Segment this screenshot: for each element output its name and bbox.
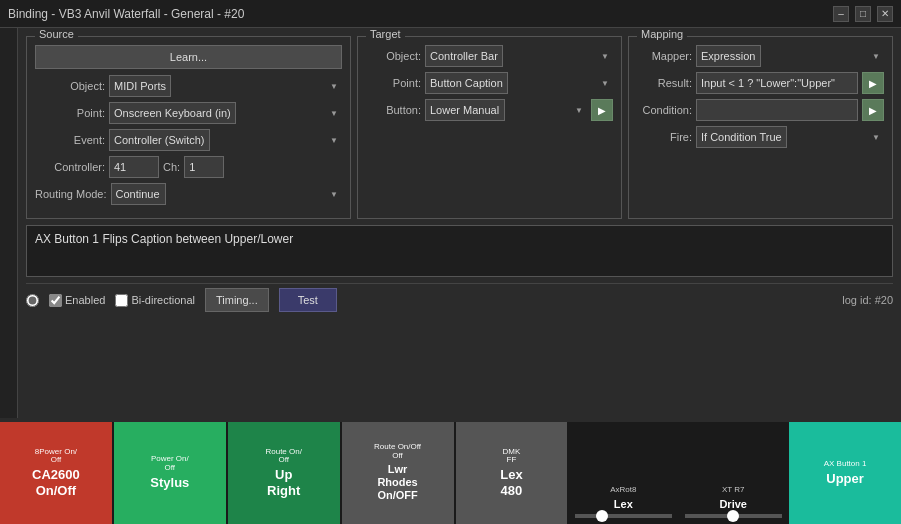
- condition-input[interactable]: [696, 99, 858, 121]
- ctrl-btn-6-top: AX Button 1: [824, 460, 867, 469]
- source-event-wrapper: Controller (Switch): [109, 129, 342, 151]
- enabled-radio[interactable]: [26, 294, 39, 307]
- dialog-content: Source Learn... Object: MIDI Ports Point…: [18, 28, 901, 324]
- ctrl-btn-6[interactable]: AX Button 1 Upper: [789, 422, 901, 524]
- title-bar-text: Binding - VB3 Anvil Waterfall - General …: [8, 7, 244, 21]
- description-text: AX Button 1 Flips Caption between Upper/…: [35, 232, 293, 246]
- target-arrow-button[interactable]: ▶: [591, 99, 613, 121]
- bottom-bar: Enabled Bi-directional Timing... Test lo…: [26, 283, 893, 316]
- source-object-row: Object: MIDI Ports: [35, 75, 342, 97]
- controller-strip: 8Power On/Off CA2600On/Off Power On/Off …: [0, 422, 901, 524]
- target-button-select[interactable]: Lower Manual: [425, 99, 505, 121]
- slider-1-top: AxRot8: [610, 485, 636, 494]
- target-panel: Target Object: Controller Bar Point: But…: [357, 36, 622, 219]
- source-event-row: Event: Controller (Switch): [35, 129, 342, 151]
- ctrl-btn-4[interactable]: Route On/OffOff LwrRhodesOn/OFF: [342, 422, 454, 524]
- result-input[interactable]: [696, 72, 858, 94]
- ctrl-btn-1-main: CA2600On/Off: [32, 467, 80, 498]
- fire-select[interactable]: If Condition True: [696, 126, 787, 148]
- target-panel-title: Target: [366, 28, 405, 40]
- ctrl-btn-1-top: 8Power On/Off: [35, 448, 77, 466]
- result-arrow-button[interactable]: ▶: [862, 72, 884, 94]
- ctrl-btn-1[interactable]: 8Power On/Off CA2600On/Off: [0, 422, 112, 524]
- panels-row: Source Learn... Object: MIDI Ports Point…: [26, 36, 893, 219]
- ctrl-btn-3[interactable]: Route On/Off UpRight: [228, 422, 340, 524]
- routing-mode-row: Routing Mode: Continue: [35, 183, 342, 205]
- source-panel-title: Source: [35, 28, 78, 40]
- source-point-row: Point: Onscreen Keyboard (in): [35, 102, 342, 124]
- main-area: Source Learn... Object: MIDI Ports Point…: [18, 28, 901, 324]
- target-object-wrapper: Controller Bar: [425, 45, 613, 67]
- source-object-select[interactable]: MIDI Ports: [109, 75, 171, 97]
- target-object-select[interactable]: Controller Bar: [425, 45, 503, 67]
- source-controller-label: Controller:: [35, 161, 105, 173]
- enabled-checkbox[interactable]: [49, 294, 62, 307]
- condition-arrow-button[interactable]: ▶: [862, 99, 884, 121]
- left-sidebar: [0, 28, 18, 418]
- target-point-label: Point:: [366, 77, 421, 89]
- mapper-wrapper: Expression: [696, 45, 884, 67]
- title-bar: Binding - VB3 Anvil Waterfall - General …: [0, 0, 901, 28]
- mapper-label: Mapper:: [637, 50, 692, 62]
- condition-row: Condition: ▶: [637, 99, 884, 121]
- ctrl-btn-2-top: Power On/Off: [151, 455, 189, 473]
- source-panel: Source Learn... Object: MIDI Ports Point…: [26, 36, 351, 219]
- ctrl-btn-5[interactable]: DMKFF Lex480: [456, 422, 568, 524]
- maximize-button[interactable]: □: [855, 6, 871, 22]
- ch-label: Ch:: [163, 161, 180, 173]
- result-label: Result:: [637, 77, 692, 89]
- slider-2-input[interactable]: [685, 514, 782, 518]
- slider-1-main: Lex: [614, 498, 633, 510]
- ctrl-btn-2-main: Stylus: [150, 475, 189, 491]
- timing-button[interactable]: Timing...: [205, 288, 269, 312]
- bidirectional-label: Bi-directional: [115, 294, 195, 307]
- minimize-button[interactable]: –: [833, 6, 849, 22]
- target-object-label: Object:: [366, 50, 421, 62]
- fire-wrapper: If Condition True: [696, 126, 884, 148]
- mapping-panel-title: Mapping: [637, 28, 687, 40]
- slider-1-input[interactable]: [575, 514, 672, 518]
- source-object-label: Object:: [35, 80, 105, 92]
- target-point-row: Point: Button Caption: [366, 72, 613, 94]
- routing-mode-label: Routing Mode:: [35, 188, 107, 200]
- slider-2-container: XT R7 Drive: [679, 422, 787, 524]
- mapping-panel: Mapping Mapper: Expression Result: ▶ Co: [628, 36, 893, 219]
- target-button-wrapper: Lower Manual: [425, 99, 587, 121]
- target-point-select[interactable]: Button Caption: [425, 72, 508, 94]
- ctrl-btn-3-main: UpRight: [267, 467, 300, 498]
- enabled-label: Enabled: [49, 294, 105, 307]
- routing-mode-wrapper: Continue: [111, 183, 342, 205]
- ctrl-btn-6-main: Upper: [826, 471, 864, 487]
- mapper-row: Mapper: Expression: [637, 45, 884, 67]
- ctrl-btn-2[interactable]: Power On/Off Stylus: [114, 422, 226, 524]
- result-row: Result: ▶: [637, 72, 884, 94]
- source-event-select[interactable]: Controller (Switch): [109, 129, 210, 151]
- description-area: AX Button 1 Flips Caption between Upper/…: [26, 225, 893, 277]
- source-point-select[interactable]: Onscreen Keyboard (in): [109, 102, 236, 124]
- routing-mode-select[interactable]: Continue: [111, 183, 166, 205]
- target-button-label: Button:: [366, 104, 421, 116]
- log-id: log id: #20: [842, 294, 893, 306]
- fire-label: Fire:: [637, 131, 692, 143]
- mapper-select[interactable]: Expression: [696, 45, 761, 67]
- test-button[interactable]: Test: [279, 288, 337, 312]
- condition-label: Condition:: [637, 104, 692, 116]
- source-point-label: Point:: [35, 107, 105, 119]
- fire-row: Fire: If Condition True: [637, 126, 884, 148]
- bidirectional-checkbox[interactable]: [115, 294, 128, 307]
- ctrl-btn-4-main: LwrRhodesOn/OFF: [377, 463, 417, 503]
- ch-input[interactable]: [184, 156, 224, 178]
- target-button-row: Button: Lower Manual ▶: [366, 99, 613, 121]
- source-point-wrapper: Onscreen Keyboard (in): [109, 102, 342, 124]
- slider-1-container: AxRot8 Lex: [569, 422, 677, 524]
- slider-2-top: XT R7: [722, 485, 745, 494]
- target-point-wrapper: Button Caption: [425, 72, 613, 94]
- slider-2-main: Drive: [719, 498, 747, 510]
- ctrl-btn-5-main: Lex480: [500, 467, 522, 498]
- title-bar-controls: – □ ✕: [833, 6, 893, 22]
- target-object-row: Object: Controller Bar: [366, 45, 613, 67]
- close-button[interactable]: ✕: [877, 6, 893, 22]
- ctrl-btn-4-top: Route On/OffOff: [374, 443, 421, 461]
- learn-button[interactable]: Learn...: [35, 45, 342, 69]
- controller-input[interactable]: [109, 156, 159, 178]
